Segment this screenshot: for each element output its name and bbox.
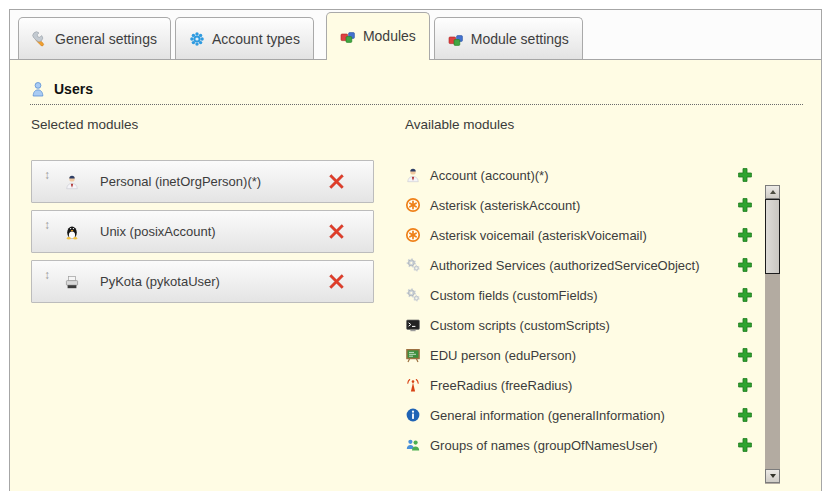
add-icon[interactable] bbox=[737, 407, 753, 423]
drag-handle-icon[interactable]: ↕ bbox=[44, 169, 58, 181]
wrench-icon bbox=[32, 31, 48, 47]
section-title: Users bbox=[54, 81, 93, 97]
tab-label: Account types bbox=[212, 31, 300, 47]
module-label: Personal (inetOrgPerson)(*) bbox=[100, 174, 261, 189]
delete-icon[interactable] bbox=[328, 273, 345, 290]
add-icon[interactable] bbox=[737, 167, 753, 183]
available-module-row: Custom fields (customFields) bbox=[405, 280, 753, 310]
available-module-row: Custom scripts (customScripts) bbox=[405, 310, 753, 340]
tab-label: Modules bbox=[363, 28, 416, 44]
module-label: PyKota (pykotaUser) bbox=[100, 274, 220, 289]
available-modules-column: Available modules Account (account)(*)As… bbox=[405, 117, 753, 460]
drag-handle-icon[interactable]: ↕ bbox=[44, 219, 58, 231]
module-label: Unix (posixAccount) bbox=[100, 224, 216, 239]
gears-icon bbox=[405, 257, 421, 273]
module-label: Authorized Services (authorizedServiceOb… bbox=[430, 258, 700, 273]
selected-module-row[interactable]: ↕PyKota (pykotaUser) bbox=[31, 260, 374, 303]
tab-label: General settings bbox=[55, 31, 157, 47]
tab-label: Module settings bbox=[471, 31, 569, 47]
available-modules-heading: Available modules bbox=[405, 117, 753, 132]
available-modules-scrollbar[interactable] bbox=[765, 185, 780, 484]
add-icon[interactable] bbox=[737, 197, 753, 213]
available-module-row: Authorized Services (authorizedServiceOb… bbox=[405, 250, 753, 280]
module-label: EDU person (eduPerson) bbox=[430, 348, 576, 363]
module-label: FreeRadius (freeRadius) bbox=[430, 378, 572, 393]
add-icon[interactable] bbox=[737, 317, 753, 333]
printer-icon bbox=[64, 274, 80, 290]
module-label: Asterisk (asteriskAccount) bbox=[430, 198, 580, 213]
scrollbar-up-button[interactable] bbox=[765, 185, 780, 199]
person-icon bbox=[64, 174, 80, 190]
antenna-icon bbox=[405, 377, 421, 393]
scrollbar-thumb[interactable] bbox=[765, 199, 780, 274]
module-label: Custom scripts (customScripts) bbox=[430, 318, 610, 333]
module-label: Asterisk voicemail (asteriskVoicemail) bbox=[430, 228, 647, 243]
delete-icon[interactable] bbox=[328, 173, 345, 190]
tab-module-settings[interactable]: Module settings bbox=[434, 17, 583, 59]
module-label: Custom fields (customFields) bbox=[430, 288, 598, 303]
tux-icon bbox=[64, 224, 80, 240]
settings-window: General settings Account types Modules M… bbox=[9, 9, 822, 491]
scrollbar-track[interactable] bbox=[765, 274, 780, 469]
blocks-icon bbox=[448, 31, 464, 47]
tab-bar: General settings Account types Modules M… bbox=[10, 10, 821, 60]
add-icon[interactable] bbox=[737, 257, 753, 273]
terminal-icon bbox=[405, 317, 421, 333]
add-icon[interactable] bbox=[737, 437, 753, 453]
available-modules-list: Account (account)(*)Asterisk (asteriskAc… bbox=[405, 160, 753, 460]
selected-modules-list: ↕Personal (inetOrgPerson)(*)↕Unix (posix… bbox=[31, 160, 374, 303]
available-module-row: Account (account)(*) bbox=[405, 160, 753, 190]
module-label: Groups of names (groupOfNamesUser) bbox=[430, 438, 658, 453]
selected-module-row[interactable]: ↕Personal (inetOrgPerson)(*) bbox=[31, 160, 374, 203]
selected-modules-column: Selected modules ↕Personal (inetOrgPerso… bbox=[31, 117, 374, 460]
delete-icon[interactable] bbox=[328, 223, 345, 240]
asterisk-icon bbox=[405, 227, 421, 243]
available-module-row: EDU person (eduPerson) bbox=[405, 340, 753, 370]
available-module-row: Asterisk (asteriskAccount) bbox=[405, 190, 753, 220]
info-icon bbox=[405, 407, 421, 423]
tab-account-types[interactable]: Account types bbox=[175, 17, 314, 59]
user-icon bbox=[30, 81, 46, 97]
available-module-row: FreeRadius (freeRadius) bbox=[405, 370, 753, 400]
drag-handle-icon[interactable]: ↕ bbox=[44, 269, 58, 281]
module-label: Account (account)(*) bbox=[430, 168, 549, 183]
gears-icon bbox=[405, 287, 421, 303]
section-heading-users: Users bbox=[30, 81, 803, 105]
selected-modules-heading: Selected modules bbox=[31, 117, 374, 132]
selected-module-row[interactable]: ↕Unix (posixAccount) bbox=[31, 210, 374, 253]
module-label: General information (generalInformation) bbox=[430, 408, 665, 423]
add-icon[interactable] bbox=[737, 347, 753, 363]
gear-icon bbox=[189, 31, 205, 47]
scrollbar-down-button[interactable] bbox=[765, 469, 780, 483]
tab-general-settings[interactable]: General settings bbox=[18, 17, 171, 59]
person-icon bbox=[405, 167, 421, 183]
available-module-row: General information (generalInformation) bbox=[405, 400, 753, 430]
modules-panel: Users Selected modules ↕Personal (inetOr… bbox=[10, 81, 821, 491]
available-module-row: Groups of names (groupOfNamesUser) bbox=[405, 430, 753, 460]
blocks-icon bbox=[340, 28, 356, 44]
asterisk-icon bbox=[405, 197, 421, 213]
add-icon[interactable] bbox=[737, 287, 753, 303]
blackboard-icon bbox=[405, 347, 421, 363]
group-icon bbox=[405, 437, 421, 453]
add-icon[interactable] bbox=[737, 377, 753, 393]
tab-modules[interactable]: Modules bbox=[326, 12, 430, 60]
available-module-row: Asterisk voicemail (asteriskVoicemail) bbox=[405, 220, 753, 250]
add-icon[interactable] bbox=[737, 227, 753, 243]
